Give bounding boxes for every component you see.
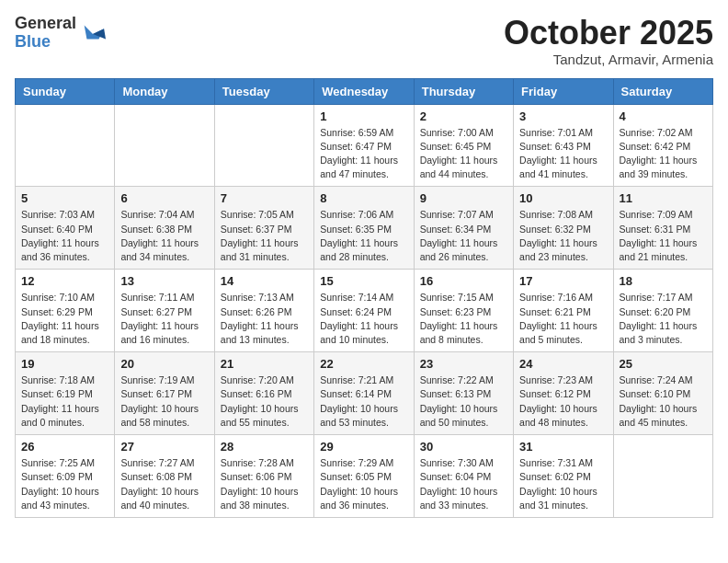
calendar-cell: 13Sunrise: 7:11 AM Sunset: 6:27 PM Dayli… [115, 270, 214, 352]
day-info: Sunrise: 7:04 AM Sunset: 6:38 PM Dayligh… [120, 208, 208, 264]
day-info: Sunrise: 7:31 AM Sunset: 6:02 PM Dayligh… [519, 456, 607, 512]
day-number: 14 [221, 274, 308, 288]
day-number: 5 [21, 191, 108, 205]
day-number: 9 [420, 191, 507, 205]
calendar-cell: 2Sunrise: 7:00 AM Sunset: 6:45 PM Daylig… [414, 104, 513, 187]
calendar-week-row: 26Sunrise: 7:25 AM Sunset: 6:09 PM Dayli… [16, 435, 713, 518]
day-number: 22 [320, 357, 407, 371]
calendar-cell [214, 104, 313, 187]
calendar-cell: 28Sunrise: 7:28 AM Sunset: 6:06 PM Dayli… [214, 435, 313, 518]
calendar-cell: 29Sunrise: 7:29 AM Sunset: 6:05 PM Dayli… [314, 435, 414, 518]
day-info: Sunrise: 7:03 AM Sunset: 6:40 PM Dayligh… [21, 208, 108, 264]
calendar-header-saturday: Saturday [613, 78, 712, 104]
calendar-header-row: SundayMondayTuesdayWednesdayThursdayFrid… [16, 78, 713, 104]
logo-blue: Blue [15, 33, 76, 52]
calendar-header-sunday: Sunday [16, 78, 115, 104]
day-number: 10 [519, 191, 607, 205]
day-number: 2 [420, 109, 507, 123]
month-title: October 2025 [504, 15, 713, 52]
day-number: 25 [620, 357, 707, 371]
calendar-cell: 7Sunrise: 7:05 AM Sunset: 6:37 PM Daylig… [214, 187, 313, 270]
calendar-cell: 19Sunrise: 7:18 AM Sunset: 6:19 PM Dayli… [16, 352, 115, 435]
calendar-cell: 14Sunrise: 7:13 AM Sunset: 6:26 PM Dayli… [214, 270, 313, 352]
day-number: 8 [320, 191, 407, 205]
day-number: 23 [420, 357, 507, 371]
calendar-cell: 10Sunrise: 7:08 AM Sunset: 6:32 PM Dayli… [514, 187, 613, 270]
day-info: Sunrise: 7:23 AM Sunset: 6:12 PM Dayligh… [519, 373, 607, 430]
day-number: 15 [320, 274, 407, 288]
calendar-header-friday: Friday [514, 78, 613, 104]
day-info: Sunrise: 7:02 AM Sunset: 6:42 PM Dayligh… [620, 126, 707, 182]
calendar-cell: 3Sunrise: 7:01 AM Sunset: 6:43 PM Daylig… [514, 104, 613, 187]
location-subtitle: Tandzut, Armavir, Armenia [504, 52, 713, 67]
day-number: 1 [320, 109, 407, 123]
calendar-cell: 6Sunrise: 7:04 AM Sunset: 6:38 PM Daylig… [115, 187, 214, 270]
calendar-cell: 5Sunrise: 7:03 AM Sunset: 6:40 PM Daylig… [16, 187, 115, 270]
day-info: Sunrise: 7:28 AM Sunset: 6:06 PM Dayligh… [221, 456, 308, 512]
calendar-cell [613, 435, 712, 518]
day-number: 31 [519, 440, 607, 454]
day-info: Sunrise: 6:59 AM Sunset: 6:47 PM Dayligh… [320, 126, 407, 182]
day-number: 4 [620, 109, 707, 123]
day-info: Sunrise: 7:24 AM Sunset: 6:10 PM Dayligh… [620, 373, 707, 430]
day-info: Sunrise: 7:25 AM Sunset: 6:09 PM Dayligh… [21, 456, 108, 512]
page-header: General Blue October 2025 Tandzut, Armav… [15, 15, 713, 67]
day-number: 19 [21, 357, 108, 371]
day-number: 27 [120, 440, 208, 454]
day-number: 6 [120, 191, 208, 205]
calendar-header-tuesday: Tuesday [214, 78, 313, 104]
day-info: Sunrise: 7:19 AM Sunset: 6:17 PM Dayligh… [120, 373, 208, 430]
calendar-cell: 25Sunrise: 7:24 AM Sunset: 6:10 PM Dayli… [613, 352, 712, 435]
calendar-cell: 30Sunrise: 7:30 AM Sunset: 6:04 PM Dayli… [414, 435, 513, 518]
calendar-cell: 24Sunrise: 7:23 AM Sunset: 6:12 PM Dayli… [514, 352, 613, 435]
calendar-cell: 23Sunrise: 7:22 AM Sunset: 6:13 PM Dayli… [414, 352, 513, 435]
day-number: 7 [221, 191, 308, 205]
calendar-cell: 4Sunrise: 7:02 AM Sunset: 6:42 PM Daylig… [613, 104, 712, 187]
calendar-cell [115, 104, 214, 187]
logo-general: General [15, 15, 76, 33]
title-block: October 2025 Tandzut, Armavir, Armenia [504, 15, 713, 67]
day-number: 30 [420, 440, 507, 454]
calendar-cell: 9Sunrise: 7:07 AM Sunset: 6:34 PM Daylig… [414, 187, 513, 270]
day-number: 18 [620, 274, 707, 288]
day-number: 28 [221, 440, 308, 454]
day-info: Sunrise: 7:17 AM Sunset: 6:20 PM Dayligh… [620, 291, 707, 347]
day-info: Sunrise: 7:08 AM Sunset: 6:32 PM Dayligh… [519, 208, 607, 264]
calendar-header-thursday: Thursday [414, 78, 513, 104]
day-number: 16 [420, 274, 507, 288]
calendar-cell: 11Sunrise: 7:09 AM Sunset: 6:31 PM Dayli… [613, 187, 712, 270]
day-info: Sunrise: 7:01 AM Sunset: 6:43 PM Dayligh… [519, 126, 607, 182]
calendar-week-row: 12Sunrise: 7:10 AM Sunset: 6:29 PM Dayli… [16, 270, 713, 352]
calendar-cell: 31Sunrise: 7:31 AM Sunset: 6:02 PM Dayli… [514, 435, 613, 518]
calendar-week-row: 5Sunrise: 7:03 AM Sunset: 6:40 PM Daylig… [16, 187, 713, 270]
calendar-table: SundayMondayTuesdayWednesdayThursdayFrid… [15, 78, 713, 518]
calendar-cell: 26Sunrise: 7:25 AM Sunset: 6:09 PM Dayli… [16, 435, 115, 518]
day-number: 12 [21, 274, 108, 288]
day-info: Sunrise: 7:22 AM Sunset: 6:13 PM Dayligh… [420, 373, 507, 430]
day-info: Sunrise: 7:18 AM Sunset: 6:19 PM Dayligh… [21, 373, 108, 430]
day-number: 13 [120, 274, 208, 288]
calendar-header-wednesday: Wednesday [314, 78, 414, 104]
day-number: 17 [519, 274, 607, 288]
day-info: Sunrise: 7:06 AM Sunset: 6:35 PM Dayligh… [320, 208, 407, 264]
calendar-cell: 20Sunrise: 7:19 AM Sunset: 6:17 PM Dayli… [115, 352, 214, 435]
day-info: Sunrise: 7:05 AM Sunset: 6:37 PM Dayligh… [221, 208, 308, 264]
calendar-cell [16, 104, 115, 187]
day-info: Sunrise: 7:10 AM Sunset: 6:29 PM Dayligh… [21, 291, 108, 347]
day-info: Sunrise: 7:14 AM Sunset: 6:24 PM Dayligh… [320, 291, 407, 347]
day-info: Sunrise: 7:21 AM Sunset: 6:14 PM Dayligh… [320, 373, 407, 430]
calendar-cell: 27Sunrise: 7:27 AM Sunset: 6:08 PM Dayli… [115, 435, 214, 518]
calendar-cell: 8Sunrise: 7:06 AM Sunset: 6:35 PM Daylig… [314, 187, 414, 270]
day-info: Sunrise: 7:16 AM Sunset: 6:21 PM Dayligh… [519, 291, 607, 347]
logo: General Blue [15, 15, 106, 52]
day-number: 24 [519, 357, 607, 371]
calendar-week-row: 19Sunrise: 7:18 AM Sunset: 6:19 PM Dayli… [16, 352, 713, 435]
day-info: Sunrise: 7:29 AM Sunset: 6:05 PM Dayligh… [320, 456, 407, 512]
calendar-cell: 22Sunrise: 7:21 AM Sunset: 6:14 PM Dayli… [314, 352, 414, 435]
day-number: 29 [320, 440, 407, 454]
day-number: 26 [21, 440, 108, 454]
day-number: 3 [519, 109, 607, 123]
day-info: Sunrise: 7:00 AM Sunset: 6:45 PM Dayligh… [420, 126, 507, 182]
day-info: Sunrise: 7:07 AM Sunset: 6:34 PM Dayligh… [420, 208, 507, 264]
calendar-cell: 1Sunrise: 6:59 AM Sunset: 6:47 PM Daylig… [314, 104, 414, 187]
